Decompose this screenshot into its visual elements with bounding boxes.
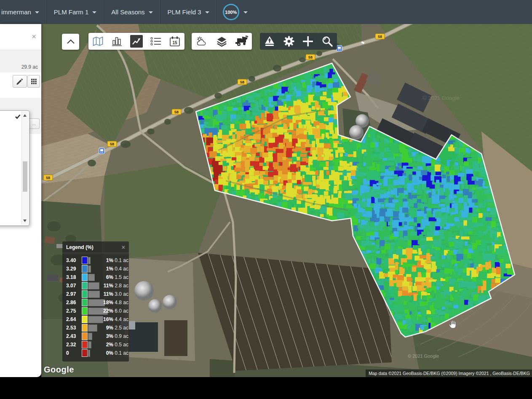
legend-bar — [88, 333, 92, 340]
legend-bar — [88, 324, 97, 332]
scroll-up-arrow[interactable] — [23, 114, 27, 117]
settings-button[interactable] — [280, 33, 298, 50]
plus-icon — [302, 36, 313, 47]
map-attribution: Map data ©2021 GeoBasis-DE/BKG (©2009) I… — [366, 370, 532, 377]
layers-button[interactable] — [212, 33, 231, 50]
weather-icon — [196, 36, 208, 47]
svg-text:58: 58 — [110, 142, 114, 146]
coverage-badge[interactable]: 100% — [223, 4, 239, 20]
svg-text:58: 58 — [174, 110, 179, 114]
legend-swatch — [82, 316, 88, 323]
chevron-down-icon — [243, 11, 248, 13]
google-watermark: © 2021 Google — [408, 353, 439, 359]
legend-row: 2.86 18% 4.8 ac — [66, 298, 126, 307]
legend-row: 2.32 2% 0.5 ac — [66, 340, 126, 349]
pencil-icon — [16, 78, 23, 85]
calendar-view-button[interactable]: 15 — [166, 33, 184, 50]
legend-swatch — [82, 332, 88, 340]
legend-close-button[interactable]: × — [122, 244, 125, 251]
legend-swatch — [82, 307, 88, 315]
legend-panel: Legend (%) × 3.40 1% 0.1 ac 3.29 1% 0.4 … — [62, 241, 129, 362]
legend-swatch — [82, 273, 88, 281]
line-chart-icon — [130, 35, 143, 48]
legend-row: 0 0% 0.1 ac — [66, 349, 126, 357]
list-icon — [150, 36, 161, 47]
beacon-icon — [264, 35, 275, 47]
gear-icon — [283, 35, 295, 47]
google-logo[interactable]: Google — [44, 365, 74, 375]
coverage-dropdown[interactable]: 100% — [217, 0, 254, 24]
season-label: All Seasons — [111, 8, 144, 16]
chevron-down-icon — [149, 11, 153, 13]
svg-text:58: 58 — [46, 176, 50, 180]
legend-swatch — [82, 282, 88, 289]
boundary-alert-button[interactable] — [260, 33, 279, 50]
bar-chart-view-button[interactable] — [108, 33, 126, 50]
field-details-panel: × 29.9 ac ... — [0, 24, 41, 377]
grower-label: immerman — [1, 8, 31, 16]
chevron-up-icon — [66, 37, 76, 46]
google-watermark-faint: © 2021 Google — [422, 95, 460, 101]
legend-bar — [88, 265, 91, 273]
svg-text:15: 15 — [173, 40, 178, 45]
legend-swatch — [82, 299, 88, 306]
chevron-down-icon — [92, 11, 96, 13]
legend-row: 2.43 3% 0.9 ac — [66, 332, 126, 340]
svg-text:58: 58 — [240, 80, 244, 84]
svg-text:58: 58 — [378, 35, 382, 39]
search-icon — [321, 35, 333, 47]
calendar-icon: 15 — [169, 36, 180, 47]
line-chart-view-button[interactable] — [127, 33, 146, 50]
legend-swatch — [82, 265, 88, 273]
dropdown-scrollbar[interactable] — [21, 112, 28, 225]
chevron-down-icon — [205, 11, 209, 13]
legend-bar — [88, 257, 91, 264]
legend-row: 2.53 9% 2.5 ac — [66, 324, 126, 332]
machine-button[interactable] — [233, 33, 251, 50]
add-button[interactable] — [299, 33, 317, 50]
legend-row: 3.07 11% 2.8 ac — [66, 281, 126, 290]
svg-text:58: 58 — [308, 55, 313, 59]
layers-icon — [216, 36, 227, 47]
legend-row: 2.64 16% 4.4 ac — [66, 315, 126, 324]
list-view-button[interactable] — [147, 33, 165, 50]
legend-row: 3.40 1% 0.1 ac — [66, 256, 126, 265]
top-navigation-bar: immerman PLM Farm 1 All Seasons PLM Fiel… — [0, 0, 532, 24]
legend-swatch — [82, 349, 88, 357]
weather-button[interactable] — [192, 33, 211, 50]
legend-swatch — [82, 324, 88, 332]
legend-row: 3.29 1% 0.4 ac — [66, 265, 126, 273]
farm-dropdown[interactable]: PLM Farm 1 — [47, 0, 104, 24]
app-window: 585858585858 © 2021 Google © 2021 Google — [0, 0, 532, 399]
scroll-down-arrow[interactable] — [23, 220, 27, 222]
season-dropdown[interactable]: All Seasons — [104, 0, 160, 24]
legend-swatch — [82, 257, 88, 264]
search-button[interactable] — [318, 33, 337, 50]
legend-bar — [88, 341, 91, 348]
harvester-icon — [235, 35, 249, 47]
legend-row: 3.18 6% 1.5 ac — [66, 273, 126, 281]
legend-bar — [88, 274, 95, 281]
chevron-down-icon — [35, 11, 39, 13]
field-dropdown[interactable]: PLM Field 3 — [160, 0, 217, 24]
legend-row: 2.97 11% 3.0 ac — [66, 290, 126, 298]
coverage-value: 100% — [225, 10, 237, 15]
grower-dropdown[interactable]: immerman — [0, 0, 47, 24]
field-summary-section: 29.9 ac — [0, 50, 41, 72]
farm-label: PLM Farm 1 — [54, 8, 89, 16]
field-area-value: 29.9 ac — [21, 64, 38, 70]
bar-chart-icon — [112, 36, 123, 47]
map-view-button[interactable] — [89, 33, 107, 50]
legend-swatch — [82, 341, 88, 348]
check-icon — [15, 114, 21, 119]
scroll-thumb[interactable] — [23, 161, 27, 192]
legend-row: 2.75 22% 6.0 ac — [66, 307, 126, 315]
collapse-panel-button[interactable] — [62, 34, 79, 50]
edit-button[interactable] — [13, 75, 27, 88]
panel-close-button[interactable]: × — [32, 32, 36, 40]
layer-dropdown-list[interactable] — [0, 110, 29, 226]
map-icon — [92, 36, 104, 46]
more-options-button[interactable]: ... — [28, 118, 40, 129]
grid-button[interactable] — [27, 75, 40, 88]
grid-icon — [31, 79, 37, 84]
